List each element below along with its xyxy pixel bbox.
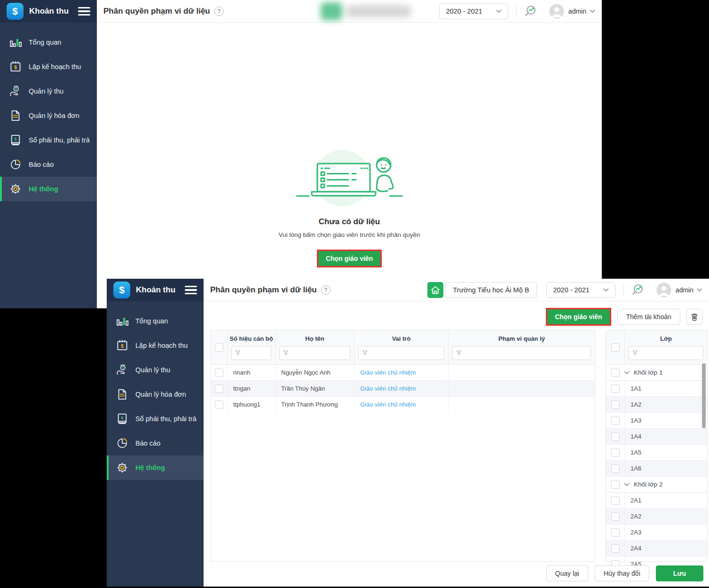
add-account-button[interactable]: Thêm tài khoản — [617, 309, 681, 325]
cell-code: ttngan — [228, 381, 276, 396]
sidebar-item-label: Lập kế hoạch thu — [29, 63, 81, 71]
sidebar-item-tong-quan[interactable]: Tổng quan — [0, 30, 97, 55]
sidebar-item-bao-cao[interactable]: Báo cáo — [0, 152, 97, 177]
column-vai-tro: Vai trò — [354, 330, 449, 364]
filter-input[interactable] — [452, 346, 591, 360]
class-row[interactable]: 1A5 — [606, 445, 707, 461]
table-row[interactable]: ttphuong1 Trịnh Thanh Phương Giáo viên c… — [211, 397, 595, 412]
school-year-value: 2020 - 2021 — [446, 8, 482, 15]
school-name-box[interactable]: Trường Tiểu học Ái Mộ B — [445, 282, 537, 298]
search-trend-icon[interactable] — [632, 283, 646, 297]
school-year-select[interactable]: 2020 - 2021 — [439, 3, 508, 19]
hamburger-menu-icon[interactable] — [78, 7, 90, 16]
class-row[interactable]: 1A2 — [606, 397, 707, 413]
teachers-table: Số hiệu cán bộ Họ tên Vai trò Phạm vi qu… — [211, 330, 595, 562]
help-icon[interactable]: ? — [214, 7, 224, 16]
class-row[interactable]: 2A2 — [606, 509, 707, 525]
filter-input[interactable] — [629, 346, 703, 360]
sidebar-item-quan-ly-hoa-don[interactable]: Quản lý hóa đơn — [0, 103, 97, 128]
class-row[interactable]: 1A4 — [606, 429, 707, 445]
school-year-select[interactable]: 2020 - 2021 — [546, 282, 615, 298]
class-row[interactable]: 1A6 — [606, 461, 707, 477]
choose-teacher-button[interactable]: Chọn giáo viên — [318, 251, 380, 266]
save-button[interactable]: Lưu — [656, 565, 703, 581]
ledger-book-icon — [9, 133, 22, 147]
chevron-down-icon[interactable] — [624, 483, 630, 486]
cell-role-link[interactable]: Giáo viên chủ nhiệm — [354, 365, 449, 380]
school-button[interactable] — [427, 282, 443, 298]
sidebar-item-lap-ke-hoach-thu[interactable]: Lập kế hoạch thu — [107, 333, 204, 358]
filter-input[interactable] — [231, 346, 271, 360]
sidebar-item-quan-ly-thu[interactable]: Quản lý thu — [0, 79, 97, 103]
class-checkbox[interactable] — [611, 464, 620, 473]
sidebar-item-label: Tổng quan — [29, 39, 61, 46]
filter-input[interactable] — [279, 346, 350, 360]
school-year-value: 2020 - 2021 — [553, 286, 589, 294]
help-icon[interactable]: ? — [321, 285, 331, 295]
class-checkbox[interactable] — [611, 544, 620, 553]
main-content: Chọn giáo viên Thêm tài khoản Số hiệu cá… — [204, 302, 709, 587]
class-checkbox[interactable] — [611, 496, 620, 505]
back-button[interactable]: Quay lại — [546, 565, 588, 581]
scrollbar[interactable] — [702, 363, 706, 428]
class-checkbox[interactable] — [611, 400, 620, 409]
select-all-classes-checkbox[interactable] — [611, 343, 620, 352]
filter-input[interactable] — [358, 346, 444, 360]
hamburger-menu-icon[interactable] — [185, 286, 197, 294]
chevron-down-icon[interactable] — [697, 288, 702, 292]
class-group-row[interactable]: Khối lớp 2 — [606, 477, 707, 493]
class-checkbox[interactable] — [611, 432, 620, 441]
class-checkbox[interactable] — [611, 528, 620, 537]
class-row[interactable]: 2A1 — [606, 493, 707, 509]
row-checkbox[interactable] — [215, 384, 223, 393]
avatar[interactable] — [656, 282, 671, 298]
sidebar-item-he-thong[interactable]: Hệ thống — [0, 177, 97, 201]
cell-role-link[interactable]: Giáo viên chủ nhiệm — [354, 397, 449, 412]
cell-scope — [449, 397, 595, 412]
sidebar-item-quan-ly-thu[interactable]: Quản lý thu — [107, 358, 204, 382]
sidebar-item-tong-quan[interactable]: Tổng quan — [107, 309, 204, 333]
sidebar-item-label: Quản lý hóa đơn — [135, 391, 186, 398]
sidebar-item-bao-cao[interactable]: Báo cáo — [107, 431, 204, 455]
gear-icon — [9, 182, 22, 196]
avatar[interactable] — [549, 4, 564, 19]
class-checkbox[interactable] — [611, 448, 620, 457]
chevron-down-icon[interactable] — [590, 9, 595, 13]
class-checkbox[interactable] — [611, 416, 620, 425]
blurred-house-icon — [321, 2, 342, 20]
search-trend-icon[interactable] — [525, 4, 539, 18]
class-row[interactable]: 1A3 — [606, 413, 707, 429]
sidebar-item-so-phai-thu-phai-tra[interactable]: Sổ phải thu, phải trả — [107, 407, 204, 431]
cancel-changes-button[interactable]: Hủy thay đổi — [595, 565, 649, 581]
delete-button[interactable] — [686, 309, 702, 325]
class-row[interactable]: 2A4 — [606, 541, 707, 557]
toolbar: Chọn giáo viên Thêm tài khoản — [546, 308, 702, 326]
chevron-down-icon — [603, 288, 609, 292]
sidebar-item-so-phai-thu-phai-tra[interactable]: Sổ phải thu, phải trả — [0, 128, 97, 152]
group-checkbox[interactable] — [611, 480, 620, 489]
table-row[interactable]: nnanh Nguyễn Ngọc Anh Giáo viên chủ nhiệ… — [211, 365, 595, 381]
select-all-checkbox[interactable] — [215, 343, 223, 352]
chevron-down-icon[interactable] — [624, 371, 630, 375]
class-checkbox[interactable] — [611, 384, 620, 393]
sidebar-item-label: Sổ phải thu, phải trả — [29, 136, 90, 144]
header-checkbox-cell — [211, 330, 228, 364]
row-checkbox[interactable] — [215, 400, 223, 409]
class-group-row[interactable]: Khối lớp 1 — [606, 365, 707, 381]
sidebar-item-he-thong[interactable]: Hệ thống — [107, 455, 204, 480]
sidebar: $ Khoản thu Tổng quan Lập kế hoạch thu Q… — [107, 279, 204, 587]
sidebar-header: $ Khoản thu — [107, 279, 204, 301]
sidebar-item-quan-ly-hoa-don[interactable]: Quản lý hóa đơn — [107, 382, 204, 407]
class-checkbox[interactable] — [611, 512, 620, 521]
class-row[interactable]: 2A3 — [606, 525, 707, 541]
sidebar-item-lap-ke-hoach-thu[interactable]: Lập kế hoạch thu — [0, 55, 97, 79]
group-checkbox[interactable] — [611, 368, 620, 377]
class-row[interactable]: 1A1 — [606, 381, 707, 397]
row-checkbox[interactable] — [215, 368, 223, 377]
class-label: 1A5 — [625, 445, 707, 460]
table-row[interactable]: ttngan Trần Thúy Ngân Giáo viên chủ nhiệ… — [211, 381, 595, 397]
cell-role-link[interactable]: Giáo viên chủ nhiệm — [354, 381, 449, 396]
app-brand: Khoản thu — [29, 7, 69, 16]
main-content: Chưa có dữ liệu Vui lòng bấm chọn giáo v… — [97, 23, 602, 308]
choose-teacher-button[interactable]: Chọn giáo viên — [547, 309, 609, 324]
